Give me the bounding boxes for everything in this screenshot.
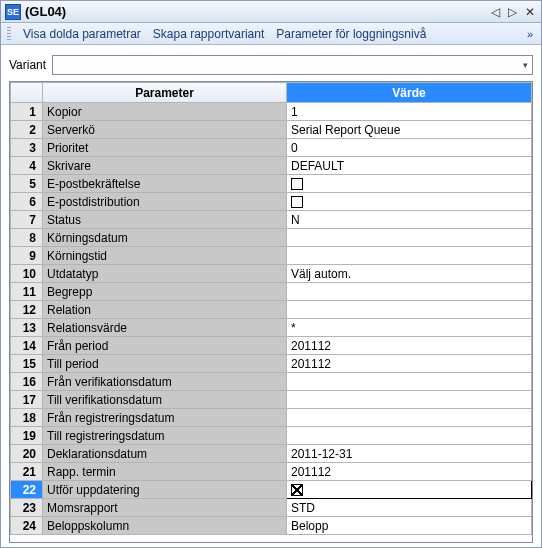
value-cell[interactable]: 2011-12-31 bbox=[287, 445, 532, 463]
menu-expand-icon[interactable]: » bbox=[525, 28, 535, 40]
row-number[interactable]: 5 bbox=[11, 175, 43, 193]
row-number[interactable]: 12 bbox=[11, 301, 43, 319]
value-cell[interactable]: N bbox=[287, 211, 532, 229]
table-row[interactable]: 5E-postbekräftelse bbox=[11, 175, 532, 193]
checkbox[interactable] bbox=[291, 178, 303, 190]
row-number[interactable]: 15 bbox=[11, 355, 43, 373]
next-button[interactable]: ▷ bbox=[506, 5, 519, 19]
table-row[interactable]: 21Rapp. termin201112 bbox=[11, 463, 532, 481]
value-cell[interactable]: 1 bbox=[287, 103, 532, 121]
param-cell: Till registreringsdatum bbox=[43, 427, 287, 445]
parameter-grid[interactable]: Parameter Värde 1Kopior12ServerköSerial … bbox=[9, 81, 533, 543]
row-number[interactable]: 19 bbox=[11, 427, 43, 445]
value-cell[interactable] bbox=[287, 373, 532, 391]
table-row[interactable]: 13Relationsvärde* bbox=[11, 319, 532, 337]
row-number[interactable]: 8 bbox=[11, 229, 43, 247]
checkbox[interactable] bbox=[291, 196, 303, 208]
row-number[interactable]: 1 bbox=[11, 103, 43, 121]
row-number[interactable]: 2 bbox=[11, 121, 43, 139]
param-cell: Deklarationsdatum bbox=[43, 445, 287, 463]
table-row[interactable]: 3Prioritet0 bbox=[11, 139, 532, 157]
value-cell[interactable] bbox=[287, 229, 532, 247]
row-number[interactable]: 24 bbox=[11, 517, 43, 535]
value-cell[interactable] bbox=[287, 391, 532, 409]
param-cell: Prioritet bbox=[43, 139, 287, 157]
grid-corner bbox=[11, 83, 43, 103]
row-number[interactable]: 3 bbox=[11, 139, 43, 157]
row-number[interactable]: 16 bbox=[11, 373, 43, 391]
table-row[interactable]: 11Begrepp bbox=[11, 283, 532, 301]
table-row[interactable]: 4SkrivareDEFAULT bbox=[11, 157, 532, 175]
menubar: Visa dolda parametrar Skapa rapportvaria… bbox=[1, 23, 541, 45]
row-number[interactable]: 7 bbox=[11, 211, 43, 229]
menu-create-report-variant[interactable]: Skapa rapportvariant bbox=[149, 25, 268, 43]
value-cell[interactable]: 201112 bbox=[287, 463, 532, 481]
table-row[interactable]: 14Från period201112 bbox=[11, 337, 532, 355]
param-cell: Kopior bbox=[43, 103, 287, 121]
param-cell: Från period bbox=[43, 337, 287, 355]
param-cell: Från verifikationsdatum bbox=[43, 373, 287, 391]
table-row[interactable]: 20Deklarationsdatum2011-12-31 bbox=[11, 445, 532, 463]
row-number[interactable]: 14 bbox=[11, 337, 43, 355]
table-row[interactable]: 8Körningsdatum bbox=[11, 229, 532, 247]
row-number[interactable]: 11 bbox=[11, 283, 43, 301]
prev-button[interactable]: ◁ bbox=[489, 5, 502, 19]
value-cell[interactable] bbox=[287, 193, 532, 211]
table-row[interactable]: 18Från registreringsdatum bbox=[11, 409, 532, 427]
value-cell[interactable]: DEFAULT bbox=[287, 157, 532, 175]
row-number[interactable]: 10 bbox=[11, 265, 43, 283]
table-row[interactable]: 6E-postdistribution bbox=[11, 193, 532, 211]
param-cell: Utdatatyp bbox=[43, 265, 287, 283]
row-number[interactable]: 18 bbox=[11, 409, 43, 427]
row-number[interactable]: 20 bbox=[11, 445, 43, 463]
table-row[interactable]: 7StatusN bbox=[11, 211, 532, 229]
col-value[interactable]: Värde bbox=[287, 83, 532, 103]
value-cell[interactable] bbox=[287, 301, 532, 319]
value-cell[interactable]: * bbox=[287, 319, 532, 337]
table-row[interactable]: 2ServerköSerial Report Queue bbox=[11, 121, 532, 139]
close-button[interactable]: ✕ bbox=[523, 5, 537, 19]
table-row[interactable]: 22Utför uppdatering bbox=[11, 481, 532, 499]
menubar-grip[interactable] bbox=[7, 27, 11, 41]
checkbox[interactable] bbox=[291, 484, 303, 496]
table-row[interactable]: 1Kopior1 bbox=[11, 103, 532, 121]
row-number[interactable]: 23 bbox=[11, 499, 43, 517]
value-cell[interactable] bbox=[287, 175, 532, 193]
param-cell: E-postdistribution bbox=[43, 193, 287, 211]
value-cell[interactable]: Belopp bbox=[287, 517, 532, 535]
value-cell[interactable]: STD bbox=[287, 499, 532, 517]
value-cell[interactable]: Serial Report Queue bbox=[287, 121, 532, 139]
value-cell[interactable] bbox=[287, 481, 532, 499]
row-number[interactable]: 17 bbox=[11, 391, 43, 409]
menu-show-hidden-params[interactable]: Visa dolda parametrar bbox=[19, 25, 145, 43]
param-cell: Till period bbox=[43, 355, 287, 373]
row-number[interactable]: 9 bbox=[11, 247, 43, 265]
value-cell[interactable]: 0 bbox=[287, 139, 532, 157]
row-number[interactable]: 6 bbox=[11, 193, 43, 211]
row-number[interactable]: 22 bbox=[11, 481, 43, 499]
menu-logging-level-param[interactable]: Parameter för loggningsnivå bbox=[272, 25, 430, 43]
value-cell[interactable] bbox=[287, 283, 532, 301]
table-row[interactable]: 24BeloppskolumnBelopp bbox=[11, 517, 532, 535]
table-row[interactable]: 19Till registreringsdatum bbox=[11, 427, 532, 445]
table-row[interactable]: 17Till verifikationsdatum bbox=[11, 391, 532, 409]
table-row[interactable]: 23MomsrapportSTD bbox=[11, 499, 532, 517]
row-number[interactable]: 21 bbox=[11, 463, 43, 481]
table-row[interactable]: 15Till period201112 bbox=[11, 355, 532, 373]
param-cell: Momsrapport bbox=[43, 499, 287, 517]
value-cell[interactable]: 201112 bbox=[287, 355, 532, 373]
variant-combo[interactable]: ▾ bbox=[52, 55, 533, 75]
param-cell: Från registreringsdatum bbox=[43, 409, 287, 427]
value-cell[interactable]: Välj autom. bbox=[287, 265, 532, 283]
table-row[interactable]: 9Körningstid bbox=[11, 247, 532, 265]
value-cell[interactable]: 201112 bbox=[287, 337, 532, 355]
table-row[interactable]: 12Relation bbox=[11, 301, 532, 319]
col-parameter[interactable]: Parameter bbox=[43, 83, 287, 103]
value-cell[interactable] bbox=[287, 409, 532, 427]
table-row[interactable]: 10UtdatatypVälj autom. bbox=[11, 265, 532, 283]
table-row[interactable]: 16Från verifikationsdatum bbox=[11, 373, 532, 391]
value-cell[interactable] bbox=[287, 427, 532, 445]
row-number[interactable]: 4 bbox=[11, 157, 43, 175]
value-cell[interactable] bbox=[287, 247, 532, 265]
row-number[interactable]: 13 bbox=[11, 319, 43, 337]
